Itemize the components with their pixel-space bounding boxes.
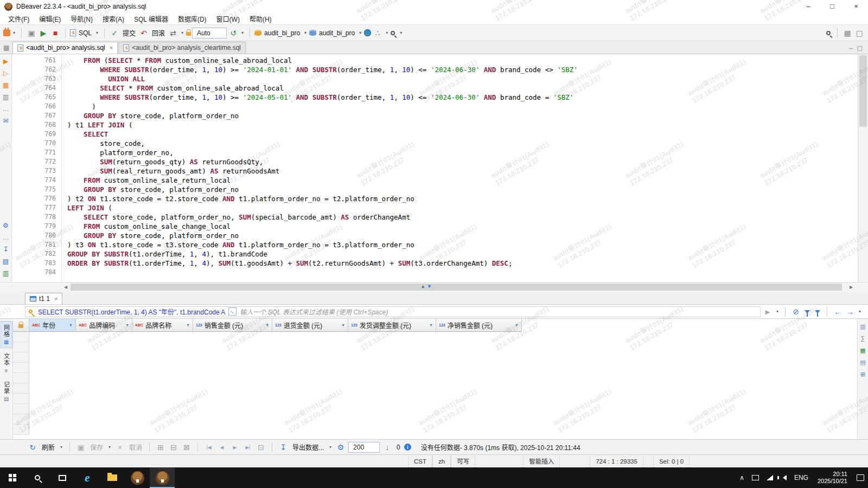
value-panel-icon[interactable]: ▥ xyxy=(859,323,867,330)
export-data-label[interactable]: 导出数据... xyxy=(292,442,324,452)
result-nav-dropdown[interactable]: ▾ xyxy=(857,309,863,314)
column-filter-dropdown-icon[interactable]: ▼ xyxy=(515,323,519,327)
scroll-right-arrow-icon[interactable]: ▶ xyxy=(846,282,856,292)
network-icon[interactable] xyxy=(763,467,777,488)
schema-db-icon[interactable] xyxy=(309,30,316,36)
volume-icon[interactable] xyxy=(777,467,790,488)
restore-panel-icon[interactable]: ▢ xyxy=(854,28,865,38)
connection-selector-dropdown[interactable]: ▾ xyxy=(303,30,308,35)
schema-selector-dropdown[interactable]: ▾ xyxy=(358,30,363,35)
editor-settings-gear-icon[interactable]: ⚙ xyxy=(1,221,11,231)
filter-settings-icon[interactable] xyxy=(815,310,820,313)
add-row-icon[interactable]: ⊞ xyxy=(155,442,166,453)
last-row-icon[interactable]: ▶| xyxy=(242,442,253,453)
fetch-next-icon[interactable]: ↓ xyxy=(382,442,393,453)
column-filter-dropdown-icon[interactable]: ▼ xyxy=(69,323,73,327)
stop-icon[interactable]: ■ xyxy=(50,28,61,38)
goto-row-icon[interactable]: ⊡ xyxy=(256,442,266,453)
custom-filter-icon[interactable] xyxy=(805,310,810,313)
tablet-mode-icon[interactable] xyxy=(748,467,763,488)
execute-statement-icon[interactable]: ▶ xyxy=(1,56,11,67)
filter-expand-icon[interactable]: ↔ xyxy=(228,307,237,316)
menu-item[interactable]: SQL 编辑器 xyxy=(129,14,173,23)
send-mail-icon[interactable]: ✉ xyxy=(1,116,11,126)
transaction-log-dropdown[interactable]: ▾ xyxy=(240,30,245,35)
schema-selector[interactable]: audit_bi_pro xyxy=(319,29,355,37)
grid-settings-gear-icon[interactable]: ⚙ xyxy=(335,442,346,453)
filter-history-dropdown[interactable]: ▾ xyxy=(775,309,780,314)
topology-icon[interactable]: ∴ xyxy=(372,28,383,38)
sash-collapse-icons[interactable]: ▲▼ xyxy=(420,284,433,289)
sql-editor-label[interactable]: SQL xyxy=(79,29,92,37)
editor-code[interactable]: FROM (SELECT * FROM custom_online_sale_a… xyxy=(62,54,858,282)
column-filter-dropdown-icon[interactable]: ▼ xyxy=(125,323,129,327)
explain-plan-icon[interactable]: ▥ xyxy=(1,92,11,102)
maximize-button[interactable]: □ xyxy=(820,0,844,13)
editor-horizontal-scrollbar[interactable]: ◀ ▶ ▲▼ xyxy=(0,282,868,292)
results-view-tab[interactable]: 文本≡ xyxy=(1,350,12,376)
execute-new-tab-icon[interactable]: ▷ xyxy=(1,68,11,79)
new-connection-dropdown[interactable]: ▾ xyxy=(11,30,17,35)
ie-browser-button[interactable]: e xyxy=(75,467,100,488)
dbeaver-taskbar-button-active[interactable] xyxy=(150,467,175,488)
rollback-icon[interactable]: ↶ xyxy=(138,28,149,38)
column-header[interactable]: ABC品牌编码▼ xyxy=(76,319,132,332)
menu-item[interactable]: 搜索(A) xyxy=(98,14,129,23)
refresh-label[interactable]: 刷新 xyxy=(42,442,55,452)
tray-expand-icon[interactable]: ∧ xyxy=(736,467,748,488)
column-filter-dropdown-icon[interactable]: ▼ xyxy=(186,323,190,327)
toolbar-search-dropdown[interactable]: ▾ xyxy=(398,30,404,35)
menu-item[interactable]: 编辑(E) xyxy=(34,14,66,23)
perspective-icon[interactable]: ▦ xyxy=(842,28,853,38)
save-result-label[interactable]: 保存 xyxy=(90,442,103,452)
start-button[interactable] xyxy=(0,467,25,488)
panel-minimize-icon[interactable]: – xyxy=(849,44,852,52)
results-tab[interactable]: t1 1 × xyxy=(25,293,62,304)
keyboard-language[interactable]: ENG xyxy=(790,467,812,488)
toolbar-search-icon[interactable] xyxy=(391,31,395,35)
taskbar-clock[interactable]: 20:11 2025/10/21 xyxy=(812,471,853,485)
menu-item[interactable]: 数据库(D) xyxy=(173,14,212,23)
next-row-icon[interactable]: ▶ xyxy=(229,442,240,453)
column-header[interactable]: ABC年份▼ xyxy=(29,319,76,332)
result-forward-icon[interactable]: → xyxy=(845,306,856,317)
refresh-dropdown[interactable]: ▾ xyxy=(59,445,64,450)
first-row-icon[interactable]: |◀ xyxy=(203,442,214,453)
editor-output-icon[interactable]: ▤ xyxy=(1,256,11,267)
column-header[interactable]: 123销售金额 (元)▼ xyxy=(193,319,272,332)
duplicate-row-icon[interactable]: ⊠ xyxy=(181,442,192,453)
cancel-result-label[interactable]: 取消 xyxy=(129,442,142,452)
vertical-scrollbar-thumb[interactable] xyxy=(859,55,867,127)
results-view-tab[interactable]: 网格▦ xyxy=(1,321,12,348)
filter-field[interactable]: SELECT SUBSTR(t1.orderTime, 1, 4) AS "年份… xyxy=(25,306,761,317)
connection-selector[interactable]: audit_bi_pro xyxy=(264,29,300,37)
editor-log-icon[interactable]: ▥ xyxy=(1,268,11,279)
execute-script-icon[interactable]: ▦ xyxy=(1,80,11,91)
editor-tab[interactable]: <audit_bi_pro> analysis_cleartime.sql xyxy=(118,42,246,54)
result-back-icon[interactable]: ← xyxy=(832,306,843,317)
references-panel-icon[interactable]: ▤ xyxy=(859,359,867,366)
transaction-mode-icon[interactable]: ⇄ xyxy=(168,28,178,38)
close-button[interactable]: × xyxy=(844,0,868,13)
column-header[interactable]: 123退货金额 (元)▼ xyxy=(272,319,348,332)
menu-item[interactable]: 文件(F) xyxy=(3,14,34,23)
fetched-row-count[interactable]: 0 xyxy=(397,444,400,451)
menu-item[interactable]: 帮助(H) xyxy=(245,14,277,23)
results-tab-close-icon[interactable]: × xyxy=(54,296,58,302)
editor-tab[interactable]: <audit_bi_pro> analysis.sql× xyxy=(12,42,118,54)
menu-item[interactable]: 窗口(W) xyxy=(212,14,245,23)
transaction-mode-dropdown[interactable]: ▾ xyxy=(180,30,185,35)
sql-editor-icon[interactable] xyxy=(70,29,76,36)
transaction-log-icon[interactable]: ↺ xyxy=(228,28,239,38)
previous-row-icon[interactable]: ◀ xyxy=(216,442,227,453)
autocommit-lock-icon[interactable] xyxy=(186,32,191,36)
horizontal-scrollbar-thumb[interactable] xyxy=(71,284,842,291)
menu-item[interactable]: 导航(N) xyxy=(66,14,98,23)
clear-filter-icon[interactable]: ⊘ xyxy=(790,306,801,317)
save-all-icon[interactable]: ▣ xyxy=(26,28,37,38)
delete-row-icon[interactable]: ⊟ xyxy=(168,442,179,453)
taskbar-search-button[interactable] xyxy=(25,467,50,488)
commit-label[interactable]: 提交 xyxy=(123,28,136,37)
editor-more-icon[interactable]: … xyxy=(1,233,11,243)
rollback-label[interactable]: 回滚 xyxy=(152,28,165,37)
